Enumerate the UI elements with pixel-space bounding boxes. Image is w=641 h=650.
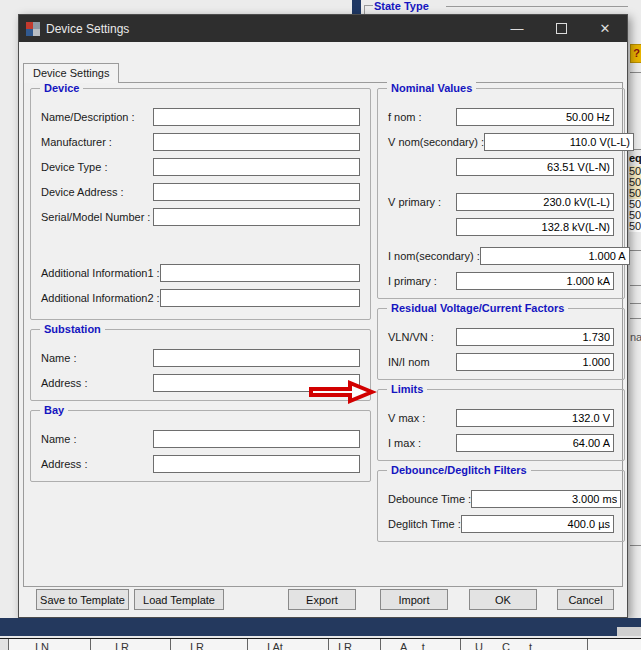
field-row: I primary : [388, 272, 614, 290]
field-row: VLN/VN : [388, 328, 614, 346]
i-primary-input[interactable] [456, 272, 614, 290]
in-inom-label: IN/I nom [388, 356, 430, 368]
additional-info2-input[interactable] [160, 289, 360, 307]
app-icon [26, 22, 40, 36]
table-header-cell: U C t [460, 639, 587, 650]
field-row: Deglitch Time : [388, 515, 614, 533]
bay-group: Bay Name : Address : [30, 410, 371, 482]
background-window-corner [617, 627, 641, 636]
background-value-cell: 50 [629, 221, 641, 232]
device-settings-dialog: Device Settings — ✕ Device Settings Devi… [18, 14, 628, 618]
residual-factors-group-title: Residual Voltage/Current Factors [387, 302, 568, 314]
close-button[interactable]: ✕ [583, 15, 627, 42]
ok-button[interactable]: OK [469, 589, 537, 610]
table-header-cell: I N [8, 639, 90, 650]
debounce-time-label: Debounce Time : [388, 493, 471, 505]
table-header-cell [587, 639, 641, 650]
substation-name-input[interactable] [153, 349, 360, 367]
red-arrow-annotation [308, 380, 377, 404]
save-to-template-button[interactable]: Save to Template [36, 589, 129, 610]
f-nom-label: f nom : [388, 111, 422, 123]
bay-name-label: Name : [41, 433, 76, 445]
substation-name-label: Name : [41, 352, 76, 364]
v-nom-secondary-ll-input[interactable] [484, 133, 634, 151]
field-row: IN/I nom [388, 353, 614, 371]
debounce-deglitch-group-title: Debounce/Deglitch Filters [387, 464, 531, 476]
import-button[interactable]: Import [380, 589, 448, 610]
serial-model-input[interactable] [153, 208, 360, 226]
substation-group-title: Substation [40, 323, 105, 335]
background-text-fragment: na [630, 331, 641, 343]
i-nom-secondary-input[interactable] [480, 247, 630, 265]
name-description-label: Name/Description : [41, 111, 135, 123]
field-row: Device Type : [41, 158, 360, 176]
device-type-input[interactable] [153, 158, 360, 176]
limits-group-title: Limits [387, 383, 427, 395]
field-row [388, 218, 614, 236]
bay-group-title: Bay [40, 404, 68, 416]
field-row: Device Address : [41, 183, 360, 201]
table-header-cell: I R [170, 639, 247, 650]
debounce-time-input[interactable] [471, 490, 621, 508]
background-line [630, 318, 641, 319]
limits-group: Limits V max : I max : [377, 389, 625, 461]
debounce-deglitch-group: Debounce/Deglitch Filters Debounce Time … [377, 470, 625, 542]
vln-vn-input[interactable] [456, 328, 614, 346]
minimize-button[interactable]: — [495, 15, 539, 42]
window-title: Device Settings [46, 22, 129, 36]
v-primary-ll-input[interactable] [456, 193, 614, 211]
background-window-top-strip: State Type [0, 0, 641, 14]
device-address-input[interactable] [153, 183, 360, 201]
field-row: Name/Description : [41, 108, 360, 126]
bay-address-input[interactable] [153, 455, 360, 473]
v-primary-ln-input[interactable] [456, 218, 614, 236]
i-nom-secondary-label: I nom(secondary) : [388, 250, 480, 262]
tab-device-settings[interactable]: Device Settings [23, 63, 119, 83]
deglitch-time-input[interactable] [461, 515, 614, 533]
additional-info1-label: Additional Information1 : [41, 267, 160, 279]
additional-info2-label: Additional Information2 : [41, 292, 160, 304]
field-row [388, 158, 614, 176]
background-line [630, 72, 641, 73]
help-icon[interactable]: ? [630, 44, 641, 63]
background-line [630, 285, 641, 286]
field-row: V nom(secondary) : [388, 133, 614, 151]
i-max-label: I max : [388, 437, 421, 449]
v-max-input[interactable] [456, 409, 614, 427]
background-navy-bar [352, 0, 361, 14]
v-max-label: V max : [388, 412, 425, 424]
substation-address-label: Address : [41, 377, 87, 389]
table-header-cell: I R [90, 639, 170, 650]
field-row: Name : [41, 430, 360, 448]
nominal-values-group: Nominal Values f nom : V nom(secondary) … [377, 88, 625, 299]
i-primary-label: I primary : [388, 275, 437, 287]
background-line [630, 303, 641, 304]
field-row: Additional Information2 : [41, 289, 360, 307]
maximize-button[interactable] [539, 15, 583, 42]
vln-vn-label: VLN/VN : [388, 331, 434, 343]
serial-model-label: Serial/Model Number : [41, 211, 150, 223]
export-button[interactable]: Export [288, 589, 356, 610]
background-navy-band [0, 618, 641, 636]
table-header-spacer [0, 639, 8, 650]
i-max-input[interactable] [456, 434, 614, 452]
device-group: Device Name/Description : Manufacturer :… [30, 88, 371, 320]
bay-name-input[interactable] [153, 430, 360, 448]
additional-info1-input[interactable] [160, 264, 360, 282]
f-nom-input[interactable] [456, 108, 614, 126]
manufacturer-label: Manufacturer : [41, 136, 112, 148]
background-line [630, 250, 641, 251]
field-row: Manufacturer : [41, 133, 360, 151]
table-header-cell: I At [247, 639, 328, 650]
manufacturer-input[interactable] [153, 133, 360, 151]
v-nom-secondary-label: V nom(secondary) : [388, 136, 484, 148]
name-description-input[interactable] [153, 108, 360, 126]
field-row: Address : [41, 455, 360, 473]
background-table-header-row: I N I R I R I At I R A t U C t [0, 638, 641, 650]
v-nom-secondary-ln-input[interactable] [456, 158, 614, 176]
nominal-values-group-title: Nominal Values [387, 82, 476, 94]
in-inom-input[interactable] [456, 353, 614, 371]
cancel-button[interactable]: Cancel [557, 589, 614, 610]
load-template-button[interactable]: Load Template [134, 589, 224, 610]
titlebar[interactable]: Device Settings — ✕ [19, 15, 627, 42]
